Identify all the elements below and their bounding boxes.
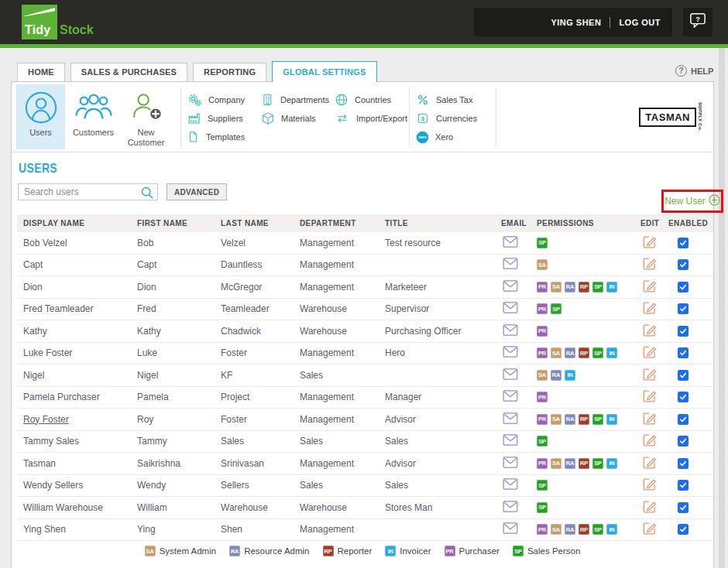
enabled-checkbox[interactable] [678,458,689,469]
ribbon-item-suppliers[interactable]: Suppliers [187,109,261,128]
column-header-edit[interactable]: EDIT [640,219,668,228]
enabled-checkbox[interactable] [678,414,689,425]
email-icon[interactable] [503,457,518,468]
ribbon-item-xero[interactable]: xeroXero [416,128,489,146]
tab-global-settings[interactable]: GLOBAL SETTINGS [272,61,376,82]
edit-user-icon[interactable] [642,388,657,403]
enabled-checkbox[interactable] [678,370,689,381]
user-display-name[interactable]: Tammy Sales [23,436,79,447]
enabled-checkbox[interactable] [678,282,689,293]
ribbon-item-sales-tax[interactable]: Sales Tax [416,91,489,109]
enabled-checkbox[interactable] [678,259,689,270]
user-display-name[interactable]: Kathy [23,326,47,337]
enabled-checkbox[interactable] [678,524,689,535]
template-icon [187,130,200,144]
tab-sales-purchases[interactable]: SALES & PURCHASES [70,63,187,82]
ribbon-item-materials[interactable]: Materials [261,109,335,128]
user-display-name[interactable]: Capt [23,259,43,270]
logout-link[interactable]: LOG OUT [619,18,661,27]
user-display-name[interactable]: Bob Velzel [23,238,67,248]
ribbon-item-company[interactable]: Company [187,91,261,109]
user-display-name[interactable]: Fred Teamleader [23,303,94,314]
edit-user-icon[interactable] [642,256,657,271]
email-icon[interactable] [503,280,518,292]
enabled-checkbox[interactable] [678,347,689,358]
email-icon[interactable] [503,236,518,248]
edit-user-icon[interactable] [642,234,657,249]
column-header-permissions[interactable]: PERMISSIONS [537,219,640,228]
column-header-title[interactable]: TITLE [385,219,501,228]
email-icon[interactable] [503,368,518,380]
enabled-checkbox[interactable] [678,303,689,314]
email-icon[interactable] [503,478,518,490]
user-title: Supervisor [385,303,501,314]
edit-user-icon[interactable] [642,521,657,535]
ribbon-item-departments[interactable]: Departments [261,91,335,109]
column-header-last-name[interactable]: LAST NAME [221,219,300,228]
ribbon-item-import-export[interactable]: Import/Export [335,109,403,128]
tab-reporting[interactable]: REPORTING [193,63,266,82]
permission-badge-in: IN [606,458,617,469]
ribbon-item-templates[interactable]: Templates [187,128,261,146]
search-input[interactable] [19,184,136,200]
edit-user-icon[interactable] [642,433,657,447]
enabled-checkbox[interactable] [678,436,689,447]
column-header-email[interactable]: EMAIL [501,219,537,228]
user-display-name[interactable]: Roy Foster [23,414,69,425]
search-icon[interactable] [141,186,153,199]
email-icon[interactable] [503,390,518,402]
ribbon-item-currencies[interactable]: $Currencies [416,109,489,128]
user-last-name: Dauntless [221,259,300,270]
user-first-name: Kathy [137,326,221,337]
user-display-name[interactable]: Wendy Sellers [23,480,83,491]
user-last-name: Velzel [221,238,300,248]
advanced-button[interactable]: ADVANCED [167,183,227,200]
edit-user-icon[interactable] [642,411,657,426]
email-icon[interactable] [503,302,518,313]
permission-badge-ra: RA [565,458,575,469]
enabled-checkbox[interactable] [678,238,689,248]
new-user-button[interactable]: New User [664,194,720,208]
email-icon[interactable] [503,501,518,512]
column-header-display-name[interactable]: DISPLAY NAME [17,219,137,228]
edit-user-icon[interactable] [642,344,657,359]
edit-user-icon[interactable] [642,300,657,315]
enabled-checkbox[interactable] [678,502,689,513]
user-display-name[interactable]: Nigel [23,370,44,381]
email-icon[interactable] [503,434,518,446]
ribbon-customers[interactable]: Customers [69,84,118,149]
edit-user-icon[interactable] [642,499,657,514]
enabled-checkbox[interactable] [678,326,689,337]
ribbon-item-countries[interactable]: Countries [335,91,403,109]
edit-user-icon[interactable] [642,367,657,382]
ribbon-new-customer[interactable]: New Customer [122,84,170,149]
user-display-name[interactable]: Tasman [23,458,56,469]
scrollbar[interactable] [719,48,725,568]
feedback-button[interactable]: ? [683,8,713,36]
email-icon[interactable] [503,324,518,336]
legend-label: Purchaser [459,546,500,556]
edit-user-icon[interactable] [642,323,657,337]
user-department: Management [300,347,385,358]
ribbon-users[interactable]: Users [16,84,65,149]
user-display-name[interactable]: Pamela Purchaser [23,392,100,402]
column-header-first-name[interactable]: FIRST NAME [137,219,221,228]
edit-user-icon[interactable] [642,477,657,491]
user-display-name[interactable]: Luke Foster [23,347,72,358]
email-icon[interactable] [503,258,518,269]
edit-user-icon[interactable] [642,455,657,470]
user-display-name[interactable]: Ying Shen [23,524,66,535]
email-icon[interactable] [503,412,518,424]
enabled-checkbox[interactable] [678,392,689,402]
enabled-checkbox[interactable] [678,480,689,491]
email-icon[interactable] [503,522,518,534]
user-display-name[interactable]: William Warehouse [23,502,103,513]
edit-user-icon[interactable] [642,279,657,293]
user-display-name[interactable]: Dion [23,282,43,293]
column-header-department[interactable]: DEPARTMENT [300,219,385,228]
help-link[interactable]: ? HELP [675,65,713,77]
user-department: Management [300,392,385,402]
email-icon[interactable] [503,346,518,358]
tab-home[interactable]: HOME [17,63,65,82]
column-header-enabled[interactable]: ENABLED [668,219,709,228]
